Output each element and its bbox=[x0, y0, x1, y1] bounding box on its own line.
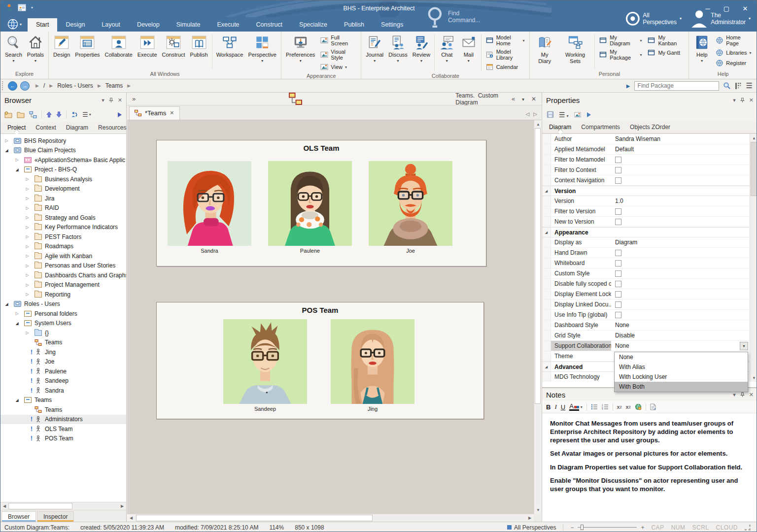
help-button[interactable]: Help▼ bbox=[691, 33, 713, 70]
tree-expand-icon[interactable]: ▷ bbox=[24, 283, 31, 287]
journal-button[interactable]: Journal▼ bbox=[363, 33, 386, 72]
tree-expand-icon[interactable]: ▷ bbox=[24, 244, 31, 249]
tree-item-joe[interactable]: !Joe bbox=[0, 357, 126, 367]
underline-button[interactable]: U bbox=[561, 403, 565, 411]
checkbox-filter-to-metamodel[interactable] bbox=[615, 157, 621, 163]
bullet-list-icon[interactable] bbox=[591, 404, 598, 410]
property-section-appearance[interactable]: ◢Appearance bbox=[542, 227, 750, 237]
tree-item-blue-claim-projects[interactable]: ◢Blue Claim Projects bbox=[0, 146, 126, 156]
property-row-use-info-tip-global[interactable]: Use Info Tip (global) bbox=[542, 310, 750, 320]
properties-pin-icon[interactable] bbox=[740, 98, 745, 103]
breadcrumb-item-roles-users[interactable]: Roles - Users bbox=[57, 82, 93, 89]
chevron-double-right-icon[interactable]: » bbox=[132, 95, 136, 102]
properties-play-icon[interactable] bbox=[586, 112, 591, 118]
property-row-dashboard-style[interactable]: Dashboard StyleNone bbox=[542, 320, 750, 331]
notes-menu-icon[interactable]: ▾ bbox=[733, 392, 736, 398]
tree-expand-icon[interactable]: ▷ bbox=[24, 273, 31, 277]
ribbon-tab-simulate[interactable]: Simulate bbox=[168, 18, 209, 32]
tree-item-strategy-and-goals[interactable]: ▷Strategy and Goals bbox=[0, 213, 126, 223]
tree-item-system-users[interactable]: ◢System Users bbox=[0, 319, 126, 329]
properties-options-icon[interactable]: ☰▾ bbox=[559, 111, 569, 119]
execute-button[interactable]: Execute bbox=[135, 33, 160, 70]
properties-tab-objects-zorder[interactable]: Objects ZOrder bbox=[625, 122, 675, 133]
model-home-button[interactable]: Model Home▾ bbox=[484, 34, 527, 47]
perspectives-menu[interactable]: All Perspectives▾ bbox=[625, 11, 682, 26]
set-image-button[interactable] bbox=[574, 111, 582, 118]
tree-expand-icon[interactable]: ▷ bbox=[3, 138, 10, 143]
tree-expand-icon[interactable]: ◢ bbox=[3, 302, 10, 306]
new-diagram-button[interactable] bbox=[29, 111, 37, 118]
mail-button[interactable]: Mail▼ bbox=[458, 33, 480, 72]
tree-expand-icon[interactable]: ▷ bbox=[14, 158, 20, 162]
search-button[interactable]: Search▼ bbox=[2, 33, 25, 70]
workspace-button[interactable]: Workspace bbox=[214, 33, 246, 70]
browser-menu-icon[interactable]: ▾ bbox=[102, 97, 104, 103]
tree-expand-icon[interactable]: ▷ bbox=[24, 187, 31, 191]
locate-element-button[interactable] bbox=[71, 111, 78, 118]
tree-item-jira[interactable]: ▷Jira bbox=[0, 194, 126, 203]
properties-tab-diagram[interactable]: Diagram bbox=[544, 122, 576, 133]
actor-sandeep[interactable]: Sandeep bbox=[223, 319, 307, 412]
design-button[interactable]: Design bbox=[51, 33, 72, 70]
portals-button[interactable]: Portals▼ bbox=[25, 33, 46, 70]
ribbon-tab-specialize[interactable]: Specialize bbox=[291, 18, 336, 32]
dropdown-option-none[interactable]: None bbox=[615, 352, 748, 362]
tree-item-applicationschema-basic-applic[interactable]: ▷«ApplicationSchema» Basic Applic bbox=[0, 155, 126, 165]
ribbon-tab-construct[interactable]: Construct bbox=[248, 18, 291, 32]
subscript-button[interactable]: x2 bbox=[626, 404, 631, 410]
support-collaboration-dropdown[interactable]: NoneWith AliasWith Locking UserWith Both bbox=[614, 352, 748, 392]
ribbon-tab-develop[interactable]: Develop bbox=[129, 18, 168, 32]
ribbon-tab-design[interactable]: Design bbox=[57, 18, 93, 32]
tree-item-ols-team[interactable]: !OLS Team bbox=[0, 424, 126, 434]
section-expand-icon[interactable]: ◢ bbox=[542, 228, 551, 237]
tree-expand-icon[interactable]: ▷ bbox=[24, 215, 31, 220]
property-row-filter-to-version[interactable]: Filter to Version bbox=[542, 206, 750, 217]
move-up-button[interactable] bbox=[46, 111, 52, 118]
notes-pin-icon[interactable] bbox=[740, 392, 745, 398]
tab-pagers[interactable]: ◁▷ bbox=[526, 111, 537, 117]
layout-options-icon[interactable] bbox=[735, 82, 742, 90]
tree-expand-icon[interactable]: ▷ bbox=[24, 331, 31, 335]
model-library-button[interactable]: Model Library bbox=[484, 48, 527, 61]
find-package-input[interactable] bbox=[634, 81, 719, 91]
tree-item-agile-with-kanban[interactable]: ▷Agile with Kanban bbox=[0, 251, 126, 261]
toolbar-grip[interactable] bbox=[2, 81, 5, 90]
my-package-button[interactable]: My Package▾ bbox=[597, 48, 644, 61]
tree-item-development[interactable]: ▷Development bbox=[0, 184, 126, 194]
superscript-button[interactable]: x2 bbox=[617, 404, 622, 410]
checkbox-whiteboard[interactable] bbox=[615, 260, 621, 266]
property-row-custom-style[interactable]: Custom Style bbox=[542, 268, 750, 279]
ribbon-tab-layout[interactable]: Layout bbox=[93, 18, 129, 32]
tree-expand-icon[interactable]: ▷ bbox=[24, 177, 31, 181]
status-perspectives[interactable]: All Perspectives bbox=[507, 524, 556, 531]
checkbox-new-to-version[interactable] bbox=[615, 219, 621, 225]
property-row-context-navigation[interactable]: Context Navigation bbox=[542, 175, 750, 186]
browser-tab-resources[interactable]: Resources bbox=[93, 122, 131, 133]
zoom-in-icon[interactable]: + bbox=[641, 524, 644, 531]
preferences-button[interactable]: Preferences▼ bbox=[283, 33, 317, 72]
document-icon[interactable] bbox=[650, 403, 656, 410]
tree-item-bhs-repository[interactable]: ▷BHS Repository bbox=[0, 136, 126, 146]
notes-close-icon[interactable]: ✕ bbox=[749, 392, 754, 398]
tree-item-raid[interactable]: ▷RAID bbox=[0, 203, 126, 213]
back-button[interactable]: ← bbox=[8, 81, 17, 91]
tree-item-teams[interactable]: ◢Teams bbox=[0, 396, 126, 405]
my-diagram-button[interactable]: My Diagram▾ bbox=[597, 34, 644, 47]
checkbox-context-navigation[interactable] bbox=[615, 177, 621, 184]
pane-menu-icon[interactable]: ▾ bbox=[522, 97, 524, 102]
full-screen-button[interactable]: Full Screen bbox=[318, 34, 358, 47]
dropdown-option-with-locking-user[interactable]: With Locking User bbox=[615, 372, 748, 382]
tree-item-roadmaps[interactable]: ▷Roadmaps bbox=[0, 242, 126, 252]
notes-text[interactable]: Monitor Chat Messages from users and tea… bbox=[542, 413, 757, 522]
properties-close-icon[interactable]: ✕ bbox=[749, 97, 754, 103]
app-logo-icon[interactable]: ▾ bbox=[0, 19, 28, 32]
tree-expand-icon[interactable]: ▷ bbox=[24, 254, 31, 258]
team-boundary-ols-team[interactable]: OLS TeamSandraPauleneJoe bbox=[156, 140, 486, 266]
diagram-tab-teams[interactable]: *Teams ✕ bbox=[129, 106, 180, 120]
canvas-horizontal-scrollbar[interactable]: ◀ ▶ bbox=[127, 514, 534, 522]
collaborate-button[interactable]: Collaborate bbox=[103, 33, 135, 70]
tree-item-project-bhs-q[interactable]: ◢Project - BHS-Q bbox=[0, 165, 126, 175]
checkbox-hand-drawn[interactable] bbox=[615, 250, 621, 256]
property-row-filter-to-metamodel[interactable]: Filter to Metamodel bbox=[542, 155, 750, 165]
section-expand-icon[interactable]: ◢ bbox=[542, 362, 551, 371]
